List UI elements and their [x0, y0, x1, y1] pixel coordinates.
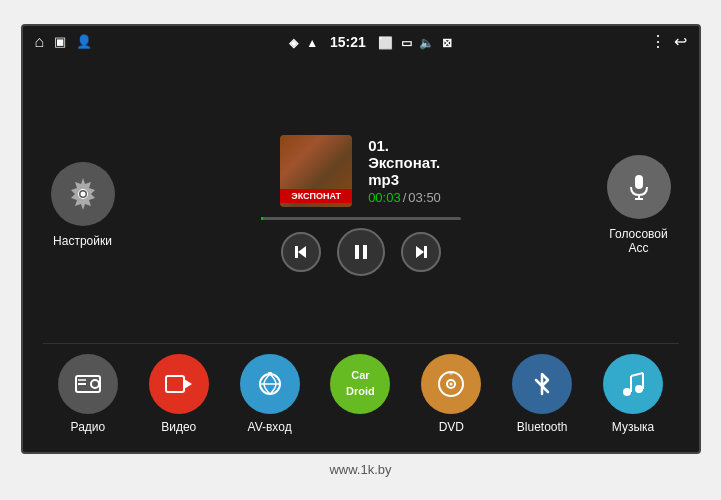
status-bar: ⌂ ▣ 👤 ◈ ▲ 15:21 ⬜ ▭ 🔈 ⊠ ⋮ ↩	[23, 26, 699, 58]
cardroid-icon: CarDroid	[330, 354, 390, 414]
dvd-app[interactable]: DVD	[411, 354, 491, 434]
svg-rect-6	[363, 245, 367, 259]
av-app[interactable]: AV-вход	[230, 354, 310, 434]
svg-line-28	[631, 373, 643, 376]
svg-marker-3	[298, 246, 306, 258]
more-icon[interactable]: ⋮	[650, 32, 666, 51]
status-left-icons: ⌂ ▣ 👤	[35, 33, 93, 51]
back-icon[interactable]: ↩	[674, 32, 687, 51]
image-icon[interactable]: ▣	[54, 34, 66, 49]
settings-app[interactable]: Настройки	[43, 162, 123, 248]
dvd-label: DVD	[439, 420, 464, 434]
track-info: 01. Экспонат.mp3 00:03 / 03:50	[368, 137, 441, 205]
bluetooth-app[interactable]: Bluetooth	[502, 354, 582, 434]
album-art: ЭКСПОНАТ	[280, 135, 352, 207]
music-icon	[603, 354, 663, 414]
av-label: AV-вход	[248, 420, 292, 434]
media-top: ЭКСПОНАТ 01. Экспонат.mp3 00:03 / 03:50	[280, 135, 441, 207]
time-display: 15:21	[330, 34, 366, 50]
media-player: ЭКСПОНАТ 01. Экспонат.mp3 00:03 / 03:50	[201, 135, 521, 276]
svg-point-23	[449, 371, 453, 375]
svg-marker-7	[416, 246, 424, 258]
video-label: Видео	[161, 420, 196, 434]
av-icon	[240, 354, 300, 414]
camera-icon: ⬜	[378, 36, 393, 50]
svg-rect-16	[166, 376, 184, 392]
video-app[interactable]: Видео	[139, 354, 219, 434]
album-art-label: ЭКСПОНАТ	[280, 189, 352, 203]
track-name: Экспонат.mp3	[368, 154, 440, 188]
volume-icon: 🔈	[419, 36, 434, 50]
svg-point-24	[623, 388, 631, 396]
time-total: 03:50	[408, 190, 441, 205]
svg-rect-4	[295, 246, 298, 258]
bluetooth-icon	[512, 354, 572, 414]
time-display: 00:03 / 03:50	[368, 190, 441, 205]
prev-button[interactable]	[281, 232, 321, 272]
radio-icon	[58, 354, 118, 414]
playback-controls	[281, 228, 441, 276]
main-content: Настройки ЭКСПОНАТ 01. Экспонат.mp3 00:0…	[23, 58, 699, 452]
screen2-icon: ⊠	[442, 36, 452, 50]
status-right-icons: ⋮ ↩	[650, 32, 687, 51]
cardroid-app[interactable]: CarDroid .	[320, 354, 400, 434]
svg-rect-9	[635, 175, 643, 189]
svg-rect-8	[424, 246, 427, 258]
svg-point-13	[91, 380, 99, 388]
next-button[interactable]	[401, 232, 441, 272]
track-number: 01.	[368, 137, 389, 154]
voice-icon	[607, 155, 671, 219]
voice-label: Голосовой Асс	[599, 227, 679, 255]
website-footer: www.1k.by	[329, 462, 391, 477]
progress-bar[interactable]	[261, 217, 461, 220]
location-icon: ◈	[289, 36, 298, 50]
pause-button[interactable]	[337, 228, 385, 276]
android-screen: ⌂ ▣ 👤 ◈ ▲ 15:21 ⬜ ▭ 🔈 ⊠ ⋮ ↩	[21, 24, 701, 454]
time-separator: /	[403, 190, 407, 205]
wifi-icon: ▲	[306, 36, 318, 50]
bottom-apps-row: Радио Видео	[43, 343, 679, 442]
svg-marker-17	[184, 379, 192, 389]
screen-icon: ▭	[401, 36, 412, 50]
svg-point-22	[450, 382, 453, 385]
radio-label: Радио	[71, 420, 106, 434]
website-url: www.1k.by	[329, 462, 391, 477]
person-icon[interactable]: 👤	[76, 34, 92, 49]
voice-app[interactable]: Голосовой Асс	[599, 155, 679, 255]
svg-point-25	[635, 385, 643, 393]
settings-icon	[51, 162, 115, 226]
time-current: 00:03	[368, 190, 401, 205]
svg-rect-5	[355, 245, 359, 259]
bluetooth-label: Bluetooth	[517, 420, 568, 434]
home-icon[interactable]: ⌂	[35, 33, 45, 51]
svg-point-2	[80, 192, 85, 197]
settings-label: Настройки	[53, 234, 112, 248]
music-app[interactable]: Музыка	[593, 354, 673, 434]
radio-app[interactable]: Радио	[48, 354, 128, 434]
progress-fill	[261, 217, 264, 220]
music-label: Музыка	[612, 420, 654, 434]
status-center: ◈ ▲ 15:21 ⬜ ▭ 🔈 ⊠	[289, 34, 452, 50]
video-icon	[149, 354, 209, 414]
top-row: Настройки ЭКСПОНАТ 01. Экспонат.mp3 00:0…	[43, 68, 679, 343]
dvd-icon	[421, 354, 481, 414]
